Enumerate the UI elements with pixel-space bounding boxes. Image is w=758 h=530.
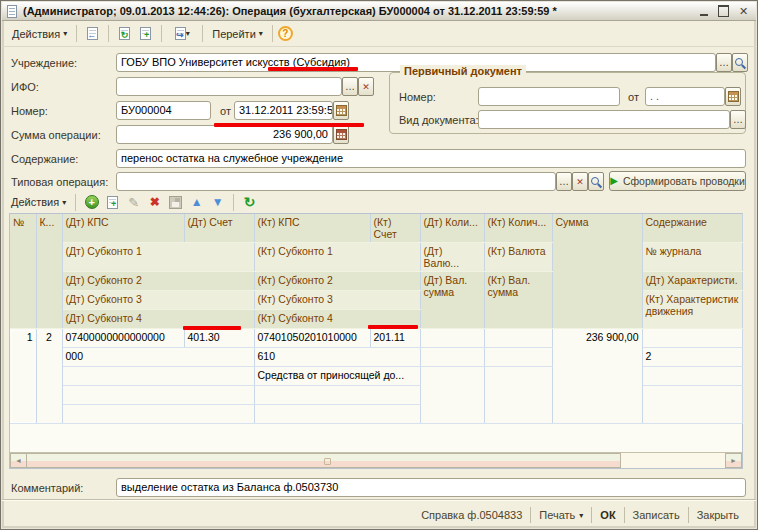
institution-ellipsis-button[interactable]: …	[716, 53, 732, 72]
cell-kt-account[interactable]: 201.11	[370, 329, 420, 348]
col-header-dt-sub2[interactable]: (Дт) Субконто 2	[62, 272, 254, 291]
cell-dt-cur-sum[interactable]	[420, 367, 484, 424]
col-header-dt-sub3[interactable]: (Дт) Субконто 3	[62, 291, 254, 310]
actions-menu-button[interactable]: Действия ▾	[8, 25, 71, 43]
typical-operation-field[interactable]	[116, 172, 556, 191]
move-down-button[interactable]: ▼	[207, 192, 228, 212]
cell-k[interactable]: 2	[36, 329, 62, 424]
col-header-kt-characteristic[interactable]: (Кт) Характеристик движения	[642, 291, 742, 329]
open-list-button[interactable]: ↪ ▾	[167, 24, 197, 44]
move-up-button[interactable]: ▲	[186, 192, 207, 212]
col-header-dt-account[interactable]: (Дт) Счет	[184, 214, 254, 243]
cell-kt-sub2[interactable]: Средства от приносящей до...	[254, 367, 420, 386]
date-calendar-button[interactable]	[333, 101, 349, 120]
cell-kt-currency[interactable]	[484, 348, 552, 367]
amount-field[interactable]: 236 900,00	[116, 125, 333, 144]
goto-menu-button[interactable]: Перейти ▾	[208, 25, 267, 43]
col-header-k[interactable]: К...	[36, 214, 62, 329]
col-header-kt-kps[interactable]: (Кт) КПС	[254, 214, 370, 243]
cell-kt-cur-sum[interactable]	[484, 367, 552, 424]
copy-button[interactable]: +	[135, 24, 156, 44]
col-header-sum[interactable]: Сумма	[552, 214, 642, 329]
cell-dt-qty[interactable]	[420, 329, 484, 348]
cell-dt-currency[interactable]	[420, 348, 484, 367]
cell-dt-sub4[interactable]	[62, 405, 254, 424]
col-header-kt-cur-sum[interactable]: (Кт) Вал. сумма	[484, 272, 552, 329]
cell-kt-sub3[interactable]	[254, 386, 420, 405]
col-header-num[interactable]: №	[10, 214, 36, 329]
cell-dt-account[interactable]: 401.30	[184, 329, 254, 348]
col-header-kt-sub2[interactable]: (Кт) Субконто 2	[254, 272, 420, 291]
institution-search-button[interactable]	[732, 53, 748, 72]
typical-search-button[interactable]	[588, 172, 604, 191]
cell-sum[interactable]: 236 900,00	[552, 329, 642, 424]
col-header-kt-currency[interactable]: (Кт) Валюта	[484, 243, 552, 272]
col-header-content[interactable]: Содержание	[642, 214, 742, 243]
col-header-dt-characteristic[interactable]: (Дт) Характеристи.	[642, 272, 742, 291]
minimize-button[interactable]	[696, 4, 711, 18]
grid-actions-menu-button[interactable]: Действия ▾	[7, 193, 70, 211]
cell-journal[interactable]: 2	[642, 348, 742, 367]
col-header-journal[interactable]: № журнала	[642, 243, 742, 272]
help-icon[interactable]: ?	[278, 26, 293, 41]
scroll-left-button[interactable]: ◄	[10, 453, 27, 468]
add-row-button[interactable]: +	[81, 192, 102, 212]
number-field[interactable]: БУ000004	[116, 101, 211, 120]
save-button[interactable]: Записать	[625, 506, 688, 524]
cell-dt-sub1[interactable]: 000	[62, 348, 254, 367]
copy-row-button[interactable]: +	[102, 192, 123, 212]
help-form-button[interactable]: Справка ф.0504833	[413, 506, 530, 524]
col-header-dt-sub1[interactable]: (Дт) Субконто 1	[62, 243, 254, 272]
generate-postings-button[interactable]: ▶ Сформировать проводки	[609, 171, 746, 191]
col-header-dt-cur-sum[interactable]: (Дт) Вал. сумма	[420, 272, 484, 329]
typical-clear-button[interactable]: ✕	[572, 172, 588, 191]
ifo-clear-button[interactable]: ✕	[358, 77, 374, 96]
cell-kt-sub1[interactable]: 610	[254, 348, 420, 367]
cell-dt-sub3[interactable]	[62, 386, 254, 405]
pd-kind-field[interactable]	[478, 110, 730, 129]
cell-kt-sub4[interactable]	[254, 405, 420, 424]
delete-row-button[interactable]: ✖	[144, 192, 165, 212]
cell-dt-characteristic[interactable]	[642, 367, 742, 386]
ifo-field[interactable]	[116, 77, 342, 96]
col-header-dt-currency[interactable]: (Дт) Валю...	[420, 243, 484, 272]
print-button[interactable]: Печать ▾	[531, 506, 591, 524]
pd-date-calendar-button[interactable]	[725, 87, 741, 106]
scrollbar-track[interactable]	[621, 453, 725, 468]
pd-date-field[interactable]: . .	[645, 87, 725, 106]
cell-dt-sub2[interactable]	[62, 367, 254, 386]
end-edit-button[interactable]	[165, 192, 186, 212]
maximize-button[interactable]	[716, 4, 731, 18]
close-window-button[interactable]: Закрыть	[689, 506, 747, 524]
cell-kt-kps[interactable]: 07401050201010000	[254, 329, 370, 348]
close-button[interactable]: ✕	[736, 4, 751, 18]
edit-row-button[interactable]: ✎	[123, 192, 144, 212]
col-header-kt-sub1[interactable]: (Кт) Субконто 1	[254, 243, 420, 272]
typical-ellipsis-button[interactable]: …	[556, 172, 572, 191]
enter-on-basis-button[interactable]: ←	[82, 24, 103, 44]
col-header-dt-qty[interactable]: (Дт) Коли...	[420, 214, 484, 243]
ok-button[interactable]: ОК	[592, 506, 623, 524]
content-field[interactable]: перенос остатка на служебное учреждение	[116, 149, 746, 168]
pd-kind-ellipsis-button[interactable]: …	[730, 110, 746, 129]
col-header-kt-sub3[interactable]: (Кт) Субконто 3	[254, 291, 420, 310]
amount-calculator-button[interactable]	[333, 125, 349, 144]
cell-kt-characteristic[interactable]	[642, 386, 742, 424]
date-field[interactable]: 31.12.2011 23:59:59	[234, 101, 333, 120]
col-header-dt-kps[interactable]: (Дт) КПС	[62, 214, 184, 243]
cell-content[interactable]	[642, 329, 742, 348]
scrollbar-thumb[interactable]	[27, 453, 621, 468]
refresh-button[interactable]: ↻	[239, 192, 260, 212]
col-header-kt-account[interactable]: (Кт) Счет	[370, 214, 420, 243]
col-header-kt-qty[interactable]: (Кт) Колич...	[484, 214, 552, 243]
table-row[interactable]: 1 2 07400000000000000 401.30 07401050201…	[10, 329, 742, 348]
comment-field[interactable]: выделение остатка из Баланса ф.0503730	[116, 478, 746, 497]
scroll-right-button[interactable]: ►	[725, 453, 742, 468]
cell-dt-kps[interactable]: 07400000000000000	[62, 329, 184, 348]
pd-number-field[interactable]	[478, 87, 620, 106]
cell-row-number[interactable]: 1	[10, 329, 36, 424]
reread-button[interactable]: ↻	[114, 24, 135, 44]
ifo-ellipsis-button[interactable]: …	[342, 77, 358, 96]
horizontal-scrollbar[interactable]: ◄ ►	[10, 452, 742, 468]
cell-kt-qty[interactable]	[484, 329, 552, 348]
